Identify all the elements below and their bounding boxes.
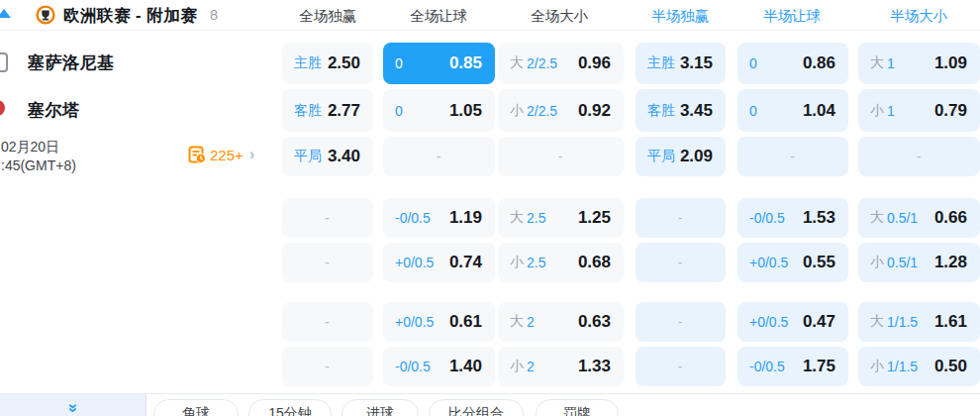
- odds-cell[interactable]: +0/0.50.61: [383, 302, 495, 342]
- odds-cell[interactable]: 00.85: [383, 43, 495, 84]
- odds-cell[interactable]: 01.04: [737, 89, 848, 132]
- odds-value: 1.09: [934, 53, 967, 73]
- odds-cell[interactable]: 平局3.40: [282, 137, 373, 176]
- odds-label: 客胜: [294, 102, 322, 120]
- odds-cell[interactable]: 大20.63: [498, 302, 624, 342]
- odds-cell[interactable]: 大0.5/10.66: [858, 198, 980, 238]
- odds-value: 1.61: [934, 312, 967, 332]
- odds-cell[interactable]: 大2.51.25: [498, 198, 624, 238]
- odds-cell[interactable]: 小2.50.68: [498, 243, 624, 282]
- odds-value: 0.55: [803, 253, 835, 272]
- column-header-4[interactable]: 半场独赢: [651, 7, 709, 26]
- odds-label: -0/0.5: [749, 210, 785, 226]
- odds-label: +0/0.5: [749, 314, 788, 330]
- double-chevron-down-icon: »: [63, 403, 83, 410]
- odds-cell[interactable]: -: [636, 243, 726, 282]
- market-shortcut-button[interactable]: 罚牌: [536, 399, 619, 416]
- odds-label: 0: [749, 103, 757, 119]
- odds-cell[interactable]: 大1/1.51.61: [858, 302, 980, 342]
- odds-cell[interactable]: -: [282, 243, 373, 282]
- odds-cell[interactable]: +0/0.50.74: [383, 243, 495, 282]
- odds-value: 1.28: [934, 253, 967, 272]
- odds-cell[interactable]: -: [858, 137, 980, 176]
- odds-label: -0/0.5: [395, 359, 431, 374]
- odds-value: 2.09: [680, 147, 713, 166]
- odds-cell[interactable]: 小1/1.50.50: [858, 347, 980, 386]
- collapse-triangle-icon[interactable]: [0, 9, 11, 18]
- odds-value: 0.47: [803, 312, 835, 332]
- column-header-2[interactable]: 全场让球: [410, 7, 467, 26]
- odds-cell[interactable]: 大2/2.50.96: [498, 43, 624, 84]
- over-under-prefix: 大: [510, 54, 524, 72]
- away-team-name[interactable]: 塞尔塔: [28, 99, 80, 122]
- odds-value: 0.86: [803, 53, 835, 73]
- market-shortcut-button[interactable]: 进球: [342, 399, 419, 416]
- odds-cell[interactable]: -0/0.51.40: [383, 347, 495, 386]
- column-header-5[interactable]: 半场让球: [763, 7, 821, 26]
- odds-cell[interactable]: -0/0.51.75: [737, 347, 848, 386]
- odds-cell[interactable]: 小10.79: [858, 89, 980, 132]
- odds-label: 0.5/1: [887, 210, 918, 226]
- over-under-prefix: 小: [510, 254, 524, 271]
- odds-cell[interactable]: -: [282, 198, 373, 238]
- more-markets-link[interactable]: 225+ ›: [188, 146, 254, 163]
- odds-cell[interactable]: 客胜3.45: [636, 89, 726, 132]
- odds-value: 3.40: [328, 147, 360, 166]
- odds-cell[interactable]: -: [636, 198, 726, 238]
- odds-cell[interactable]: -: [636, 302, 726, 342]
- odds-cell[interactable]: 00.86: [737, 43, 848, 84]
- odds-cell[interactable]: -: [737, 137, 848, 176]
- column-header-6[interactable]: 半场大小: [890, 7, 947, 26]
- odds-label: +0/0.5: [749, 255, 788, 270]
- odds-cell[interactable]: +0/0.50.55: [737, 243, 848, 282]
- europa-league-trophy-icon: [36, 5, 55, 25]
- odds-cell[interactable]: 平局2.09: [636, 137, 726, 176]
- chevron-right-icon: ›: [249, 146, 255, 163]
- odds-label: 2/2.5: [527, 103, 557, 119]
- market-shortcut-button[interactable]: 角球: [153, 399, 239, 416]
- odds-label: 2.5: [527, 210, 545, 226]
- odds-value: 1.19: [449, 208, 482, 228]
- odds-label: 主胜: [294, 54, 322, 72]
- over-under-prefix: 小: [870, 254, 884, 271]
- column-header-3[interactable]: 全场大小: [531, 7, 588, 26]
- odds-label: 平局: [294, 148, 322, 165]
- odds-cell[interactable]: 小21.33: [498, 347, 624, 386]
- odds-value: 1.05: [449, 101, 482, 121]
- away-team-logo: [0, 100, 5, 116]
- odds-cell[interactable]: +0/0.50.47: [737, 302, 848, 342]
- collapse-bar[interactable]: »: [0, 394, 147, 416]
- match-time: :45(GMT+8): [1, 156, 76, 175]
- odds-cell[interactable]: 客胜2.77: [282, 89, 373, 132]
- odds-cell[interactable]: -0/0.51.19: [383, 198, 495, 238]
- odds-value: 2.50: [328, 53, 360, 73]
- odds-label: -0/0.5: [749, 359, 785, 374]
- odds-label: 平局: [647, 148, 675, 165]
- over-under-prefix: 小: [510, 358, 524, 375]
- odds-cell[interactable]: 小0.5/11.28: [858, 243, 980, 282]
- odds-cell[interactable]: -: [282, 302, 373, 342]
- home-team-name[interactable]: 塞萨洛尼基: [28, 52, 115, 74]
- odds-cell[interactable]: 主胜2.50: [282, 43, 373, 84]
- market-shortcut-button[interactable]: 15分钟: [248, 399, 332, 416]
- odds-cell[interactable]: -: [636, 347, 726, 386]
- match-datetime: 02月20日 :45(GMT+8): [1, 138, 76, 175]
- odds-label: 主胜: [647, 54, 675, 72]
- over-under-prefix: 小: [870, 102, 884, 120]
- odds-cell[interactable]: 01.05: [383, 89, 495, 132]
- home-team-logo: [0, 52, 8, 72]
- odds-cell[interactable]: 大11.09: [858, 43, 980, 84]
- odds-label: 0.5/1: [887, 255, 918, 270]
- odds-cell[interactable]: -: [383, 137, 495, 176]
- odds-cell[interactable]: 小2/2.50.92: [498, 89, 624, 132]
- odds-cell[interactable]: -: [282, 347, 373, 386]
- market-shortcut-button[interactable]: 比分组合: [429, 399, 524, 416]
- odds-label: 1: [887, 103, 895, 119]
- odds-cell[interactable]: -0/0.51.53: [737, 198, 848, 238]
- odds-value: 3.15: [680, 53, 713, 73]
- column-header-1[interactable]: 全场独赢: [299, 7, 356, 26]
- odds-value: 0.74: [449, 253, 482, 272]
- odds-value: 0.66: [934, 208, 967, 228]
- odds-cell[interactable]: -: [498, 137, 624, 176]
- odds-cell[interactable]: 主胜3.15: [636, 43, 726, 84]
